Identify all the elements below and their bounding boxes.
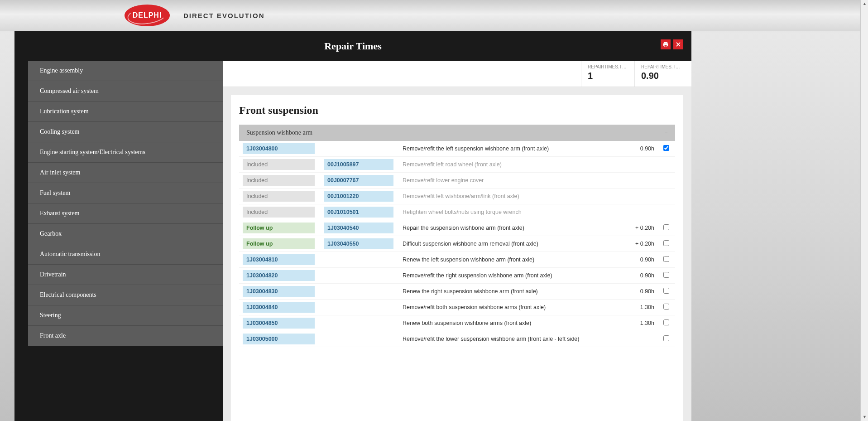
- summary-cell: REPAIRTIMES.T…0.90: [634, 61, 688, 87]
- task-description: Remove/refit lower engine cover: [399, 175, 625, 186]
- task-checkbox[interactable]: [663, 224, 669, 230]
- svg-rect-0: [664, 42, 667, 44]
- task-checkbox[interactable]: [663, 304, 669, 310]
- task-tag: 1J03005000: [239, 331, 318, 347]
- task-description: Renew the right suspension wishbone arm …: [399, 286, 625, 297]
- task-code: 1J03040540: [320, 220, 397, 236]
- task-tag: 1J03004820: [239, 268, 318, 283]
- task-row: 1J03004810Renew the left suspension wish…: [239, 252, 675, 268]
- task-tag: Follow up: [239, 236, 318, 252]
- task-description: Repair the suspension wishbone arm (fron…: [399, 223, 625, 233]
- task-table: 1J03004800Remove/refit the left suspensi…: [239, 141, 675, 347]
- task-checkbox[interactable]: [663, 145, 669, 151]
- section-title: Front suspension: [239, 104, 675, 116]
- sidebar-item[interactable]: Engine starting system/Electrical system…: [28, 142, 223, 163]
- scroll-down-arrow[interactable]: ▼: [861, 413, 868, 421]
- app-window: Repair Times Engine assemblyCompressed a…: [14, 31, 691, 421]
- sidebar-item[interactable]: Drivetrain: [28, 265, 223, 285]
- task-tag: Included: [239, 173, 318, 188]
- task-description: Remove/refit the right suspension wishbo…: [399, 270, 625, 281]
- task-row: Included00J1001220Remove/refit left wish…: [239, 189, 675, 204]
- scroll-up-arrow[interactable]: ▲: [861, 0, 868, 8]
- task-description: Remove/refit the lower suspension wishbo…: [399, 334, 625, 344]
- task-checkbox-cell: [657, 304, 675, 311]
- task-code: 00J1001220: [320, 189, 397, 204]
- task-description: Renew the left suspension wishbone arm (…: [399, 254, 625, 265]
- task-checkbox[interactable]: [663, 272, 669, 278]
- task-checkbox[interactable]: [663, 319, 669, 325]
- task-code: [320, 273, 397, 278]
- group-title: Suspension wishbone arm: [246, 129, 312, 136]
- task-tag: 1J03004810: [239, 252, 318, 267]
- page-scrollbar[interactable]: ▲ ▼: [860, 0, 868, 421]
- task-tag: Included: [239, 157, 318, 172]
- sidebar-item[interactable]: Electrical components: [28, 285, 223, 305]
- task-checkbox-cell: [657, 335, 675, 343]
- task-checkbox[interactable]: [663, 335, 669, 341]
- sidebar-item[interactable]: Air inlet system: [28, 163, 223, 183]
- task-tag: Follow up: [239, 220, 318, 236]
- task-row: 1J03004820Remove/refit the right suspens…: [239, 268, 675, 284]
- summary-label: REPAIRTIMES.T…: [641, 64, 681, 69]
- task-checkbox-cell: [657, 272, 675, 279]
- category-sidebar: Engine assemblyCompressed air systemLubr…: [14, 61, 223, 421]
- task-code: 00J1005897: [320, 157, 397, 172]
- task-description: Remove/refit the left suspension wishbon…: [399, 143, 625, 154]
- task-time: 0.90h: [625, 256, 657, 263]
- sidebar-item[interactable]: Front axle: [28, 326, 223, 346]
- task-row: 1J03004800Remove/refit the left suspensi…: [239, 141, 675, 157]
- task-code: 1J03040550: [320, 236, 397, 252]
- brand-tagline: DIRECT EVOLUTION: [183, 12, 265, 19]
- window-title: Repair Times: [324, 40, 382, 52]
- summary-cell: REPAIRTIMES.T…1: [581, 61, 634, 87]
- task-row: 1J03005000Remove/refit the lower suspens…: [239, 331, 675, 347]
- task-description: Difficult suspension wishbone arm remova…: [399, 238, 625, 249]
- sidebar-item[interactable]: Gearbox: [28, 224, 223, 244]
- sidebar-item[interactable]: Steering: [28, 305, 223, 326]
- task-time: + 0.20h: [625, 225, 657, 231]
- sidebar-item[interactable]: Automatic transmission: [28, 244, 223, 265]
- print-button[interactable]: [661, 39, 671, 49]
- summary-value: 0.90: [641, 71, 681, 81]
- task-time: 0.90h: [625, 272, 657, 279]
- task-checkbox-cell: [657, 224, 675, 232]
- print-icon: [662, 41, 669, 48]
- close-button[interactable]: [673, 39, 683, 49]
- task-tag: Included: [239, 189, 318, 204]
- task-time: + 0.20h: [625, 241, 657, 247]
- brand-logo: DELPHI: [125, 5, 170, 26]
- task-checkbox[interactable]: [663, 288, 669, 294]
- content-area: REPAIRTIMES.T…1REPAIRTIMES.T…0.90 Front …: [223, 61, 691, 421]
- task-code: [320, 337, 397, 341]
- task-description: Renew both suspension wishbone arms (fro…: [399, 318, 625, 329]
- task-checkbox[interactable]: [663, 240, 669, 246]
- task-code: [320, 257, 397, 262]
- collapse-icon: −: [664, 129, 668, 136]
- task-time: 0.90h: [625, 288, 657, 295]
- task-row: Follow up1J03040550Difficult suspension …: [239, 236, 675, 252]
- sidebar-item[interactable]: Fuel system: [28, 183, 223, 203]
- sidebar-item[interactable]: Compressed air system: [28, 81, 223, 102]
- sidebar-item[interactable]: Cooling system: [28, 122, 223, 142]
- task-checkbox[interactable]: [663, 256, 669, 262]
- task-row: 1J03004840Remove/refit both suspension w…: [239, 300, 675, 315]
- title-bar: Repair Times: [14, 31, 691, 61]
- summary-value: 1: [588, 71, 628, 81]
- svg-rect-2: [664, 45, 667, 47]
- task-row: Included00J1010501Retighten wheel bolts/…: [239, 204, 675, 220]
- group-header[interactable]: Suspension wishbone arm −: [239, 125, 675, 141]
- logo-block: DELPHI DIRECT EVOLUTION: [125, 5, 265, 26]
- task-row: Included00J1005897Remove/refit left road…: [239, 157, 675, 173]
- task-checkbox-cell: [657, 240, 675, 247]
- task-time: 0.90h: [625, 145, 657, 152]
- sidebar-item[interactable]: Engine assembly: [28, 61, 223, 81]
- task-checkbox-cell: [657, 288, 675, 295]
- sidebar-item[interactable]: Exhaust system: [28, 203, 223, 224]
- brand-header: DELPHI DIRECT EVOLUTION: [0, 0, 860, 31]
- sidebar-item[interactable]: Lubrication system: [28, 102, 223, 122]
- summary-bar: REPAIRTIMES.T…1REPAIRTIMES.T…0.90: [223, 61, 691, 87]
- task-code: [320, 146, 397, 151]
- task-code: [320, 321, 397, 325]
- task-description: Remove/refit left road wheel (front axle…: [399, 159, 625, 170]
- task-row: Included00J0007767Remove/refit lower eng…: [239, 173, 675, 189]
